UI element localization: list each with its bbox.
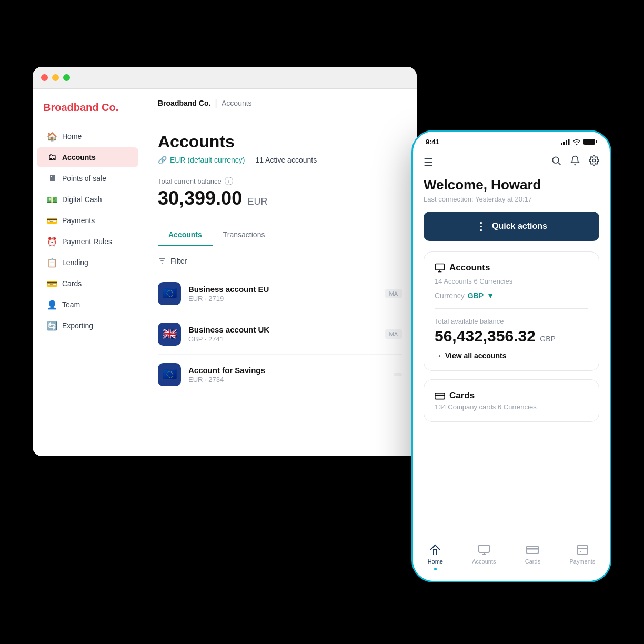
welcome-section: Welcome, Howard Last connection: Yesterd… bbox=[424, 177, 599, 203]
home-nav-icon bbox=[429, 544, 441, 556]
sidebar-item-digital-cash[interactable]: 💵 Digital Cash bbox=[37, 189, 138, 209]
quick-actions-label: Quick actions bbox=[492, 222, 547, 231]
account-sub-0: EUR · 2719 bbox=[188, 295, 378, 303]
page-body: Accounts 🔗 EUR (default currency) 11 Act… bbox=[143, 117, 417, 410]
dot-red[interactable] bbox=[41, 74, 48, 81]
currency-selector[interactable]: Currency GBP ▼ bbox=[435, 291, 588, 309]
filter-label: Filter bbox=[170, 257, 187, 265]
pos-icon: 🖥 bbox=[47, 174, 57, 183]
dot-yellow[interactable] bbox=[52, 74, 59, 81]
sidebar-logo: Broadband Co. bbox=[33, 102, 143, 126]
browser-titlebar bbox=[33, 67, 417, 89]
currency-selector-value: GBP bbox=[468, 291, 484, 300]
svg-rect-12 bbox=[436, 264, 445, 270]
account-tag-0: MA bbox=[385, 289, 402, 298]
bottom-nav-accounts-label: Accounts bbox=[472, 558, 496, 565]
browser-window: Broadband Co. 🏠 Home 🗂 Accounts 🖥 Points… bbox=[33, 67, 417, 456]
sidebar-item-cards-label: Cards bbox=[62, 279, 82, 288]
bottom-nav-payments-label: Payments bbox=[569, 558, 595, 565]
balance-amount-mobile: 56,432,356.32 bbox=[435, 327, 536, 345]
phone-top-icons bbox=[551, 155, 599, 168]
account-sub-1: GBP · 2741 bbox=[188, 335, 378, 343]
bottom-nav-home[interactable]: Home bbox=[428, 544, 443, 570]
tabs: Accounts Transactions bbox=[158, 224, 402, 246]
sidebar-item-team[interactable]: 👤 Team bbox=[37, 295, 138, 315]
account-info-2: Account for Savings EUR · 2734 bbox=[188, 366, 386, 384]
account-name-1: Business account UK bbox=[188, 325, 378, 334]
welcome-subtitle: Last connection: Yesterday at 20:17 bbox=[424, 195, 599, 203]
battery-icon bbox=[583, 138, 597, 145]
status-icons bbox=[561, 138, 597, 145]
dot-green[interactable] bbox=[63, 74, 70, 81]
balance-display-mobile: 56,432,356.32 GBP bbox=[435, 327, 588, 345]
sidebar-item-pos[interactable]: 🖥 Points of sale bbox=[37, 168, 138, 188]
chevron-down-icon: ▼ bbox=[487, 291, 494, 300]
account-tag-2 bbox=[394, 373, 402, 376]
account-name-2: Account for Savings bbox=[188, 366, 386, 375]
phone-content: ☰ bbox=[413, 150, 610, 422]
currency-badge: 🔗 EUR (default currency) bbox=[158, 156, 245, 164]
hamburger-icon[interactable]: ☰ bbox=[424, 156, 433, 168]
payment-rules-icon: ⏰ bbox=[47, 237, 57, 246]
accounts-card-icon bbox=[435, 263, 445, 273]
balance-currency-mobile: GBP bbox=[540, 335, 556, 343]
sidebar-item-accounts[interactable]: 🗂 Accounts bbox=[37, 147, 138, 167]
bottom-nav-payments[interactable]: Payments bbox=[569, 544, 595, 570]
sidebar-item-exporting[interactable]: 🔄 Exporting bbox=[37, 316, 138, 336]
cards-card-title: Cards bbox=[435, 390, 588, 401]
gear-icon[interactable] bbox=[589, 155, 599, 168]
account-flag-uk: 🇬🇧 bbox=[158, 323, 181, 346]
sidebar-item-home[interactable]: 🏠 Home bbox=[37, 126, 138, 146]
cards-card: Cards 134 Company cards 6 Currencies bbox=[424, 379, 599, 422]
sidebar-item-digital-cash-label: Digital Cash bbox=[62, 195, 102, 204]
filter-bar[interactable]: Filter bbox=[158, 257, 402, 265]
balance-currency: EUR bbox=[248, 196, 268, 207]
svg-rect-8 bbox=[596, 140, 597, 143]
active-accounts: 11 Active accounts bbox=[255, 156, 317, 164]
sidebar-item-payments[interactable]: 💳 Payments bbox=[37, 210, 138, 230]
view-all-accounts-link[interactable]: → View all accounts bbox=[435, 351, 588, 360]
accounts-card: Accounts 14 Accounts 6 Currencies Curren… bbox=[424, 251, 599, 371]
tab-transactions[interactable]: Transactions bbox=[213, 224, 276, 246]
sidebar-item-pos-label: Points of sale bbox=[62, 174, 106, 183]
welcome-title: Welcome, Howard bbox=[424, 177, 599, 193]
cards-icon bbox=[435, 391, 445, 400]
cards-card-meta: 134 Company cards 6 Currencies bbox=[435, 403, 588, 411]
quick-actions-button[interactable]: ⋮ Quick actions bbox=[424, 212, 599, 241]
svg-rect-3 bbox=[561, 143, 562, 145]
sidebar-item-payment-rules[interactable]: ⏰ Payment Rules bbox=[37, 232, 138, 251]
currency-label: EUR (default currency) bbox=[170, 156, 245, 164]
account-list: 🇪🇺 Business account EU EUR · 2719 MA 🇬🇧 … bbox=[158, 274, 402, 395]
sidebar-item-payments-label: Payments bbox=[62, 216, 95, 225]
bottom-nav-cards[interactable]: Cards bbox=[525, 544, 540, 570]
scene: Broadband Co. 🏠 Home 🗂 Accounts 🖥 Points… bbox=[33, 46, 611, 598]
team-icon: 👤 bbox=[47, 300, 57, 309]
account-flag-eu: 🇪🇺 bbox=[158, 282, 181, 305]
breadcrumb-separator: | bbox=[215, 97, 217, 108]
table-row: 🇪🇺 Business account EU EUR · 2719 MA bbox=[158, 274, 402, 314]
balance-label: Total current balance i bbox=[158, 177, 402, 185]
view-all-label: View all accounts bbox=[445, 351, 506, 360]
account-info-0: Business account EU EUR · 2719 bbox=[188, 285, 378, 303]
sidebar-item-lending[interactable]: 📋 Lending bbox=[37, 253, 138, 273]
phone-top-bar: ☰ bbox=[424, 150, 599, 177]
sidebar-item-cards[interactable]: 💳 Cards bbox=[37, 274, 138, 294]
bottom-nav-accounts[interactable]: Accounts bbox=[472, 544, 496, 570]
bottom-nav-home-label: Home bbox=[428, 558, 443, 565]
svg-rect-15 bbox=[435, 393, 445, 399]
svg-rect-4 bbox=[564, 142, 565, 145]
sidebar-nav: 🏠 Home 🗂 Accounts 🖥 Points of sale 💵 Dig… bbox=[33, 126, 143, 337]
account-flag-savings: 🇪🇺 bbox=[158, 363, 181, 386]
sidebar-item-lending-label: Lending bbox=[62, 258, 88, 267]
accounts-nav-icon bbox=[478, 544, 490, 556]
payments-nav-icon bbox=[576, 544, 589, 556]
tab-accounts[interactable]: Accounts bbox=[158, 224, 213, 246]
account-name-0: Business account EU bbox=[188, 285, 378, 294]
bell-icon[interactable] bbox=[570, 155, 580, 168]
cards-icon: 💳 bbox=[47, 279, 57, 288]
phone-status-bar: 9:41 bbox=[413, 132, 610, 150]
search-icon[interactable] bbox=[551, 155, 561, 168]
svg-rect-7 bbox=[583, 139, 595, 145]
balance-amount: 30,399.00 bbox=[158, 187, 242, 209]
balance-section: Total current balance i 30,399.00 EUR bbox=[158, 177, 402, 209]
